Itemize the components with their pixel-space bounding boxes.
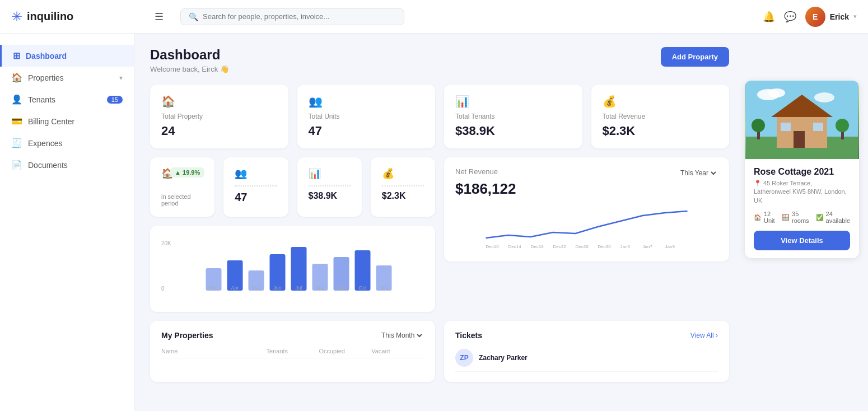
sidebar-item-expenses[interactable]: 🧾 Expences (0, 132, 134, 154)
logo-text: inquilino (27, 10, 73, 23)
add-property-button[interactable]: Add Proparty (661, 47, 729, 67)
property-info: Rose Cottage 2021 📍 45 Roker Terrace, La… (745, 159, 859, 258)
property-meta: 🏠 12 Unit 🪟 35 rooms ✅ 24 available (754, 211, 850, 224)
y-label-0: 0 (161, 286, 165, 292)
svg-text:Oct: Oct (358, 285, 367, 291)
main-layout: ⊞ Dashboard 🏠 Properties ▾ 👤 Tenants 15 … (0, 0, 868, 411)
ticket-avatar: ZP (455, 349, 473, 367)
sidebar-item-tenants[interactable]: 👤 Tenants 15 (0, 88, 134, 110)
bar-chart-svg: Mar Apr May Jun Jul Aug Sep Oct Nov (172, 240, 435, 291)
stat2-revenue-value: $2.3K (382, 185, 424, 201)
svg-text:May: May (251, 285, 262, 291)
net-revenue-line-chart: Dec10 Dec14 Dec18 Dec22 Dec26 Dec30 Jan3… (455, 204, 718, 249)
ticket-name: Zachary Parker (479, 354, 528, 362)
my-properties-period[interactable]: This Month Last Month (379, 331, 424, 340)
stat2-tenants-icon: 📊 (309, 167, 351, 180)
col-occupied: Occupied (319, 348, 371, 354)
sidebar-label-billing: Billing Center (28, 117, 74, 126)
svg-text:Nov: Nov (379, 285, 389, 291)
property-image (745, 81, 859, 159)
hamburger-menu-icon[interactable]: ☰ (155, 11, 164, 23)
logo-icon: ✳ (11, 9, 22, 25)
svg-text:Dec26: Dec26 (576, 244, 589, 249)
page-subtitle: Welcome back, Eirck 👋 (150, 65, 229, 73)
property-stat-icon: 🏠 (161, 95, 277, 108)
my-properties-card: My Properties This Month Last Month Name… (150, 321, 435, 382)
middle-section: 🏠 ▲ 19.9% in selected period 👥 47 📊 $38.… (150, 157, 729, 312)
sidebar-label-dashboard: Dashboard (26, 52, 67, 60)
right-section: Net Revenue This Year Last Year $186,122 (444, 157, 729, 312)
my-properties-title: My Properties (161, 331, 213, 340)
stat2-revenue-icon: 💰 (382, 167, 424, 180)
available-icon: ✅ (816, 214, 824, 221)
avatar: E (805, 7, 825, 27)
tenants-stat-icon: 📊 (455, 95, 571, 108)
tickets-header: Tickets View All › (455, 331, 718, 340)
sidebar-item-billing[interactable]: 💳 Billing Center (0, 110, 134, 132)
sidebar-item-dashboard[interactable]: ⊞ Dashboard (0, 45, 134, 67)
property-image-svg (745, 81, 859, 159)
nav-right: 🔔 💬 E Erick ▾ (763, 7, 857, 27)
stats-row-2: 🏠 ▲ 19.9% in selected period 👥 47 📊 $38.… (150, 157, 435, 217)
stat2-units-icon: 👥 (235, 167, 277, 180)
svg-text:Dec18: Dec18 (531, 244, 544, 249)
sidebar: ⊞ Dashboard 🏠 Properties ▾ 👤 Tenants 15 … (0, 34, 134, 411)
svg-text:Aug: Aug (315, 285, 324, 291)
bar-chart-area: 20K 0 (161, 240, 424, 302)
location-icon: 📍 (754, 180, 762, 186)
message-icon-wrap[interactable]: 💬 (784, 11, 796, 23)
sidebar-label-documents: Documents (28, 161, 68, 170)
svg-rect-36 (813, 123, 823, 131)
tickets-title: Tickets (455, 331, 482, 340)
period-selector[interactable]: This Year Last Year (678, 169, 718, 178)
search-input[interactable] (203, 12, 396, 21)
bottom-row: My Properties This Month Last Month Name… (150, 321, 729, 382)
main-content: Dashboard Welcome back, Eirck 👋 Add Prop… (134, 34, 745, 411)
properties-table-header: Name Tenants Occupied Vacant (161, 344, 424, 358)
y-label-20k: 20K (161, 240, 171, 246)
tenants-stat-value: $38.9K (455, 124, 571, 138)
view-details-button[interactable]: View Details (754, 231, 850, 250)
notification-bell[interactable]: 🔔 (763, 11, 775, 23)
sidebar-label-expenses: Expences (28, 139, 62, 148)
net-revenue-value: $186,122 (455, 180, 718, 198)
stat2-revenue: 💰 $2.3K (371, 157, 435, 217)
stat2-tenants: 📊 $38.9K (297, 157, 362, 217)
svg-text:Dec14: Dec14 (508, 244, 522, 249)
tenants-icon: 👤 (11, 94, 22, 105)
stats-row-1: 🏠 Total Property 24 👥 Total Units 47 📊 T… (150, 85, 729, 148)
tenants-badge: 15 (107, 96, 123, 104)
ticket-item: ZP Zachary Parker (455, 344, 718, 372)
view-all-link[interactable]: View All › (690, 331, 718, 339)
svg-point-29 (768, 88, 785, 97)
svg-text:Sep: Sep (337, 285, 346, 291)
trend-label: in selected period (161, 193, 203, 207)
top-navigation: ✳ inquilino ☰ 🔍 🔔 💬 E Erick ▾ (0, 0, 868, 34)
documents-icon: 📄 (11, 160, 22, 170)
svg-text:Jul: Jul (296, 285, 302, 291)
stat-card-total-tenants: 📊 Total Tenants $38.9K (444, 85, 582, 148)
page-header: Dashboard Welcome back, Eirck 👋 Add Prop… (150, 47, 729, 73)
svg-point-38 (752, 119, 765, 132)
svg-point-30 (814, 92, 834, 102)
dashboard-icon: ⊞ (13, 50, 20, 61)
property-panel: Rose Cottage 2021 📍 45 Roker Terrace, La… (745, 34, 868, 411)
billing-icon: 💳 (11, 116, 22, 127)
rooms-icon: 🪟 (782, 214, 790, 221)
property-address: 📍 45 Roker Terrace, Latheronweel KW5 8NW… (754, 179, 850, 205)
left-section: 🏠 ▲ 19.9% in selected period 👥 47 📊 $38.… (150, 157, 435, 312)
my-properties-header: My Properties This Month Last Month (161, 331, 424, 340)
sidebar-item-properties[interactable]: 🏠 Properties ▾ (0, 67, 134, 88)
available-meta: ✅ 24 available (816, 211, 850, 224)
property-stat-value: 24 (161, 124, 277, 138)
sidebar-label-tenants: Tenants (28, 95, 55, 104)
col-vacant: Vacant (371, 348, 424, 354)
user-menu[interactable]: E Erick ▾ (805, 7, 857, 27)
logo-area: ✳ inquilino (11, 9, 146, 25)
tickets-card: Tickets View All › ZP Zachary Parker (444, 321, 729, 382)
sidebar-item-documents[interactable]: 📄 Documents (0, 154, 134, 176)
svg-text:Apr: Apr (231, 285, 239, 291)
rooms-meta: 🪟 35 rooms (782, 211, 809, 224)
svg-text:Mar: Mar (209, 285, 218, 291)
property-card: Rose Cottage 2021 📍 45 Roker Terrace, La… (745, 81, 859, 258)
